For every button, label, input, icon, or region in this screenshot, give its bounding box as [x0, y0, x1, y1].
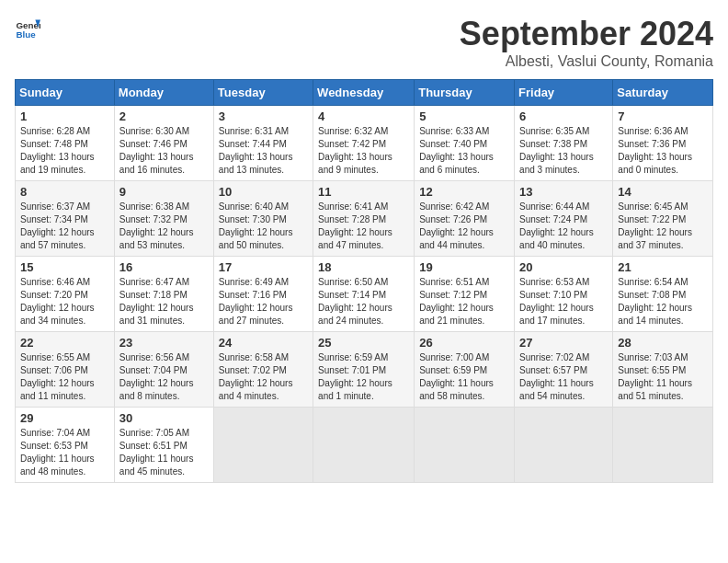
calendar-header-tuesday: Tuesday — [213, 80, 313, 106]
day-number: 1 — [20, 109, 109, 123]
day-info: Sunrise: 6:46 AMSunset: 7:20 PMDaylight:… — [20, 276, 109, 327]
day-number: 19 — [419, 260, 509, 274]
calendar-day-cell — [415, 408, 515, 483]
day-number: 24 — [219, 336, 308, 350]
day-info: Sunrise: 6:44 AMSunset: 7:24 PMDaylight:… — [519, 201, 608, 252]
day-info: Sunrise: 6:47 AMSunset: 7:18 PMDaylight:… — [119, 276, 209, 327]
calendar-day-cell — [515, 408, 613, 483]
calendar-day-cell: 11Sunrise: 6:41 AMSunset: 7:28 PMDayligh… — [313, 181, 415, 257]
day-info: Sunrise: 6:42 AMSunset: 7:26 PMDaylight:… — [419, 201, 509, 252]
calendar-day-cell: 16Sunrise: 6:47 AMSunset: 7:18 PMDayligh… — [114, 257, 213, 332]
day-number: 2 — [119, 109, 209, 123]
day-number: 5 — [419, 109, 509, 123]
day-number: 29 — [20, 411, 109, 425]
day-info: Sunrise: 6:41 AMSunset: 7:28 PMDaylight:… — [318, 201, 409, 252]
calendar-header-thursday: Thursday — [415, 80, 515, 106]
day-info: Sunrise: 7:00 AMSunset: 6:59 PMDaylight:… — [419, 351, 509, 403]
calendar-header-wednesday: Wednesday — [313, 80, 415, 106]
calendar-table: SundayMondayTuesdayWednesdayThursdayFrid… — [15, 79, 713, 483]
calendar-day-cell: 13Sunrise: 6:44 AMSunset: 7:24 PMDayligh… — [515, 181, 613, 257]
day-number: 6 — [519, 109, 608, 123]
day-number: 9 — [119, 185, 209, 199]
day-info: Sunrise: 6:31 AMSunset: 7:44 PMDaylight:… — [219, 125, 308, 177]
calendar-week-row: 29Sunrise: 7:04 AMSunset: 6:53 PMDayligh… — [16, 408, 713, 483]
day-number: 16 — [119, 260, 209, 274]
calendar-week-row: 22Sunrise: 6:55 AMSunset: 7:06 PMDayligh… — [16, 332, 713, 408]
day-info: Sunrise: 6:45 AMSunset: 7:22 PMDaylight:… — [618, 201, 708, 252]
calendar-week-row: 8Sunrise: 6:37 AMSunset: 7:34 PMDaylight… — [16, 181, 713, 257]
calendar-day-cell: 24Sunrise: 6:58 AMSunset: 7:02 PMDayligh… — [213, 332, 313, 408]
calendar-header-friday: Friday — [515, 80, 613, 106]
calendar-day-cell: 29Sunrise: 7:04 AMSunset: 6:53 PMDayligh… — [16, 408, 115, 483]
day-info: Sunrise: 7:02 AMSunset: 6:57 PMDaylight:… — [519, 351, 608, 403]
calendar-day-cell: 22Sunrise: 6:55 AMSunset: 7:06 PMDayligh… — [16, 332, 115, 408]
day-number: 15 — [20, 260, 109, 274]
day-info: Sunrise: 6:56 AMSunset: 7:04 PMDaylight:… — [119, 351, 209, 403]
calendar-day-cell: 17Sunrise: 6:49 AMSunset: 7:16 PMDayligh… — [213, 257, 313, 332]
day-info: Sunrise: 6:32 AMSunset: 7:42 PMDaylight:… — [318, 125, 409, 177]
day-info: Sunrise: 6:38 AMSunset: 7:32 PMDaylight:… — [119, 201, 209, 252]
day-info: Sunrise: 6:50 AMSunset: 7:14 PMDaylight:… — [318, 276, 409, 327]
calendar-day-cell: 18Sunrise: 6:50 AMSunset: 7:14 PMDayligh… — [313, 257, 415, 332]
day-number: 22 — [20, 336, 109, 350]
day-number: 11 — [318, 185, 409, 199]
day-info: Sunrise: 6:58 AMSunset: 7:02 PMDaylight:… — [219, 351, 308, 403]
calendar-week-row: 1Sunrise: 6:28 AMSunset: 7:48 PMDaylight… — [16, 106, 713, 181]
page-title: September 2024 — [460, 15, 713, 53]
day-number: 28 — [618, 336, 708, 350]
calendar-day-cell: 28Sunrise: 7:03 AMSunset: 6:55 PMDayligh… — [613, 332, 713, 408]
day-info: Sunrise: 6:54 AMSunset: 7:08 PMDaylight:… — [618, 276, 708, 327]
day-number: 7 — [618, 109, 708, 123]
day-number: 4 — [318, 109, 409, 123]
day-number: 21 — [618, 260, 708, 274]
calendar-day-cell: 12Sunrise: 6:42 AMSunset: 7:26 PMDayligh… — [415, 181, 515, 257]
calendar-day-cell: 10Sunrise: 6:40 AMSunset: 7:30 PMDayligh… — [213, 181, 313, 257]
day-number: 14 — [618, 185, 708, 199]
day-info: Sunrise: 6:35 AMSunset: 7:38 PMDaylight:… — [519, 125, 608, 177]
day-info: Sunrise: 6:53 AMSunset: 7:10 PMDaylight:… — [519, 276, 608, 327]
day-number: 25 — [318, 336, 409, 350]
day-number: 3 — [219, 109, 308, 123]
page-header: General Blue September 2024 Albesti, Vas… — [15, 15, 713, 70]
day-number: 23 — [119, 336, 209, 350]
calendar-day-cell: 1Sunrise: 6:28 AMSunset: 7:48 PMDaylight… — [16, 106, 115, 181]
day-number: 17 — [219, 260, 308, 274]
day-number: 26 — [419, 336, 509, 350]
svg-text:Blue: Blue — [16, 29, 36, 40]
calendar-day-cell: 7Sunrise: 6:36 AMSunset: 7:36 PMDaylight… — [613, 106, 713, 181]
day-info: Sunrise: 6:30 AMSunset: 7:46 PMDaylight:… — [119, 125, 209, 177]
calendar-day-cell: 2Sunrise: 6:30 AMSunset: 7:46 PMDaylight… — [114, 106, 213, 181]
calendar-day-cell: 23Sunrise: 6:56 AMSunset: 7:04 PMDayligh… — [114, 332, 213, 408]
calendar-week-row: 15Sunrise: 6:46 AMSunset: 7:20 PMDayligh… — [16, 257, 713, 332]
calendar-day-cell: 5Sunrise: 6:33 AMSunset: 7:40 PMDaylight… — [415, 106, 515, 181]
day-info: Sunrise: 6:40 AMSunset: 7:30 PMDaylight:… — [219, 201, 308, 252]
calendar-day-cell: 26Sunrise: 7:00 AMSunset: 6:59 PMDayligh… — [415, 332, 515, 408]
calendar-day-cell: 20Sunrise: 6:53 AMSunset: 7:10 PMDayligh… — [515, 257, 613, 332]
day-number: 10 — [219, 185, 308, 199]
calendar-day-cell: 4Sunrise: 6:32 AMSunset: 7:42 PMDaylight… — [313, 106, 415, 181]
logo: General Blue — [15, 15, 40, 40]
calendar-day-cell: 9Sunrise: 6:38 AMSunset: 7:32 PMDaylight… — [114, 181, 213, 257]
day-number: 13 — [519, 185, 608, 199]
calendar-day-cell: 21Sunrise: 6:54 AMSunset: 7:08 PMDayligh… — [613, 257, 713, 332]
calendar-day-cell: 6Sunrise: 6:35 AMSunset: 7:38 PMDaylight… — [515, 106, 613, 181]
day-number: 18 — [318, 260, 409, 274]
calendar-day-cell: 3Sunrise: 6:31 AMSunset: 7:44 PMDaylight… — [213, 106, 313, 181]
calendar-header-row: SundayMondayTuesdayWednesdayThursdayFrid… — [16, 80, 713, 106]
calendar-day-cell — [613, 408, 713, 483]
calendar-day-cell: 14Sunrise: 6:45 AMSunset: 7:22 PMDayligh… — [613, 181, 713, 257]
title-block: September 2024 Albesti, Vaslui County, R… — [460, 15, 713, 70]
calendar-header-saturday: Saturday — [613, 80, 713, 106]
day-info: Sunrise: 6:59 AMSunset: 7:01 PMDaylight:… — [318, 351, 409, 403]
day-info: Sunrise: 6:55 AMSunset: 7:06 PMDaylight:… — [20, 351, 109, 403]
day-info: Sunrise: 7:03 AMSunset: 6:55 PMDaylight:… — [618, 351, 708, 403]
day-info: Sunrise: 6:37 AMSunset: 7:34 PMDaylight:… — [20, 201, 109, 252]
day-info: Sunrise: 7:04 AMSunset: 6:53 PMDaylight:… — [20, 427, 109, 478]
day-number: 8 — [20, 185, 109, 199]
calendar-day-cell: 19Sunrise: 6:51 AMSunset: 7:12 PMDayligh… — [415, 257, 515, 332]
day-info: Sunrise: 7:05 AMSunset: 6:51 PMDaylight:… — [119, 427, 209, 478]
calendar-day-cell — [313, 408, 415, 483]
day-info: Sunrise: 6:51 AMSunset: 7:12 PMDaylight:… — [419, 276, 509, 327]
day-info: Sunrise: 6:33 AMSunset: 7:40 PMDaylight:… — [419, 125, 509, 177]
day-number: 27 — [519, 336, 608, 350]
